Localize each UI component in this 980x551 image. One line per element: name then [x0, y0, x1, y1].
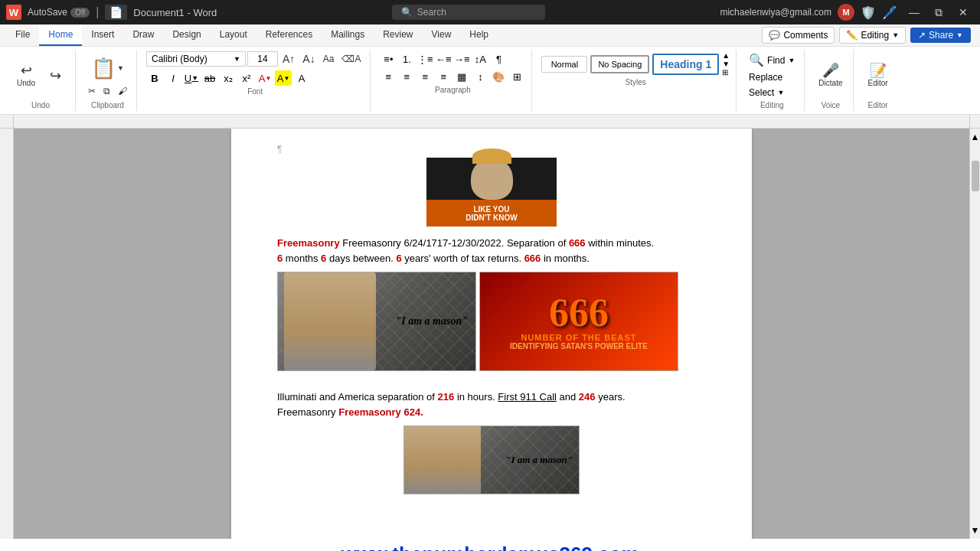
shading-para-button[interactable]: 🎨 [490, 69, 507, 84]
scroll-down-button[interactable]: ▼ [968, 522, 980, 539]
increase-font-button[interactable]: A↑ [279, 51, 298, 67]
scroll-up-button[interactable]: ▲ [968, 129, 980, 145]
undo-icon: ↩ [21, 64, 32, 77]
increase-indent-button[interactable]: →≡ [453, 51, 470, 67]
mason-image-2: "I am a mason" [403, 425, 580, 494]
tab-insert[interactable]: Insert [82, 24, 123, 46]
clear-formatting-button[interactable]: ⌫A [338, 52, 364, 66]
maximize-button[interactable]: ⧉ [928, 4, 949, 21]
text-para-1: Freemasonry Freemasonry 6/24/1717-12/30/… [277, 236, 706, 266]
title-bar: W AutoSave Off | 📄 Document1 - Word 🔍 Se… [0, 0, 980, 24]
ruler-corner [0, 115, 14, 128]
font-size-selector[interactable]: 14 [247, 51, 278, 67]
doc-file-icon: 📄 [109, 6, 122, 18]
tab-mailings[interactable]: Mailings [322, 24, 374, 46]
editing-group: 🔍 Find ▼ Replace Select ▼ Editing [740, 50, 805, 111]
superscript-button[interactable]: x² [238, 70, 255, 86]
bullets-button[interactable]: ≡• [380, 51, 397, 67]
tab-references[interactable]: References [256, 24, 322, 46]
editing-button[interactable]: ✏️ Editing ▼ [839, 27, 906, 44]
scrollbar-thumb[interactable] [972, 161, 979, 191]
like-you-image: LIKE YOU DIDN'T KNOW [426, 158, 557, 227]
italic-button[interactable]: I [165, 70, 181, 86]
comments-button[interactable]: 💬 Comments [762, 27, 835, 44]
editor-button[interactable]: 📝 Editor [863, 60, 892, 90]
cut-button[interactable]: ✂ [85, 84, 99, 98]
tab-view[interactable]: View [423, 24, 461, 46]
redo-button[interactable]: ↪ [41, 66, 69, 86]
tab-review[interactable]: Review [374, 24, 422, 46]
like-you-image-container: LIKE YOU DIDN'T KNOW [277, 158, 706, 227]
decrease-indent-button[interactable]: ←≡ [435, 51, 452, 67]
tab-design[interactable]: Design [163, 24, 210, 46]
voice-group: 🎤 Dictate Voice [808, 50, 854, 111]
justify-button[interactable]: ≡ [435, 69, 452, 84]
style-normal[interactable]: Normal [541, 56, 587, 73]
strikethrough-button[interactable]: ab [201, 70, 218, 86]
chevron-down-icon: ▼ [117, 64, 124, 72]
trump-head-image [471, 158, 513, 200]
sort-button[interactable]: ↕A [472, 51, 488, 67]
document-page: ¶ LIKE YOU DIDN'T KNOW [231, 129, 752, 539]
microphone-icon: 🎤 [822, 64, 839, 77]
change-case-button[interactable]: Aa [320, 52, 338, 66]
shading-button[interactable]: A [293, 70, 310, 86]
style-no-spacing[interactable]: No Spacing [590, 55, 649, 73]
styles-scroll-down[interactable]: ▼ [722, 60, 730, 68]
tab-help[interactable]: Help [460, 24, 498, 46]
tab-layout[interactable]: Layout [211, 24, 256, 46]
highlight-button[interactable]: A▼ [275, 70, 292, 86]
styles-scroll-up[interactable]: ▲ [722, 51, 730, 60]
dictate-button[interactable]: 🎤 Dictate [814, 60, 847, 90]
multilevel-list-button[interactable]: ⋮≡ [416, 51, 433, 67]
align-right-button[interactable]: ≡ [416, 69, 433, 84]
find-button[interactable]: 🔍 Find ▼ [746, 51, 798, 69]
beast-number: 666 [510, 293, 648, 333]
vertical-scrollbar[interactable]: ▲ ▼ [969, 129, 980, 539]
underline-button[interactable]: U▼ [183, 70, 200, 86]
paste-button[interactable]: 📋 ▼ [85, 54, 130, 83]
first-911-call-link[interactable]: First 911 Call [498, 391, 557, 403]
tab-draw[interactable]: Draw [123, 24, 163, 46]
document-area: ¶ LIKE YOU DIDN'T KNOW [14, 129, 969, 539]
copy-button[interactable]: ⧉ [100, 84, 113, 98]
ribbon-content: ↩ Undo ↪ Undo 📋 ▼ ✂ ⧉ [0, 47, 980, 114]
user-avatar[interactable]: M [838, 4, 854, 21]
subscript-button[interactable]: x₂ [220, 70, 237, 86]
style-heading1[interactable]: Heading 1 [652, 54, 719, 75]
select-button[interactable]: Select ▼ [746, 86, 798, 99]
ruler-bar [0, 115, 980, 129]
align-center-button[interactable]: ≡ [398, 69, 415, 84]
paste-icon: 📋 [91, 58, 116, 78]
show-formatting-button[interactable]: ¶ [490, 51, 507, 67]
borders-button[interactable]: ⊞ [508, 69, 525, 84]
document-content: ¶ LIKE YOU DIDN'T KNOW [277, 144, 706, 494]
decrease-font-button[interactable]: A↓ [299, 51, 318, 67]
minimize-button[interactable]: — [903, 4, 925, 21]
shield-icon: 🛡️ [861, 5, 876, 20]
website-text[interactable]: www.thenumberdamus369.com [341, 543, 639, 552]
font-color-button[interactable]: A▼ [256, 70, 273, 86]
beast-label2: Identifying Satan's Power Elite [510, 342, 648, 350]
like-you-top [426, 158, 557, 200]
format-painter-button[interactable]: 🖌 [115, 84, 130, 98]
tab-file[interactable]: File [6, 24, 39, 46]
line-spacing-button[interactable]: ↕ [472, 69, 488, 84]
autosave-label: AutoSave Off [28, 7, 90, 18]
align-left-button[interactable]: ≡ [380, 69, 397, 84]
beast-label1: Number of the Beast [510, 333, 648, 342]
replace-button[interactable]: Replace [746, 70, 798, 84]
autosave-toggle[interactable]: Off [70, 8, 90, 18]
share-button[interactable]: ↗ Share ▼ [910, 28, 971, 43]
bold-button[interactable]: B [146, 70, 163, 86]
styles-expand[interactable]: ⊞ [722, 68, 730, 77]
tab-home[interactable]: Home [39, 24, 82, 46]
font-name-selector[interactable]: Calibri (Body) ▼ [146, 51, 246, 67]
chevron-down-icon: ▼ [788, 57, 795, 64]
numbering-button[interactable]: 1. [398, 51, 415, 67]
redo-icon: ↪ [50, 69, 61, 83]
search-bar[interactable]: 🔍 Search [392, 5, 545, 20]
undo-button[interactable]: ↩ Undo [12, 60, 40, 90]
columns-button[interactable]: ▦ [453, 69, 470, 84]
close-button[interactable]: ✕ [952, 4, 974, 21]
